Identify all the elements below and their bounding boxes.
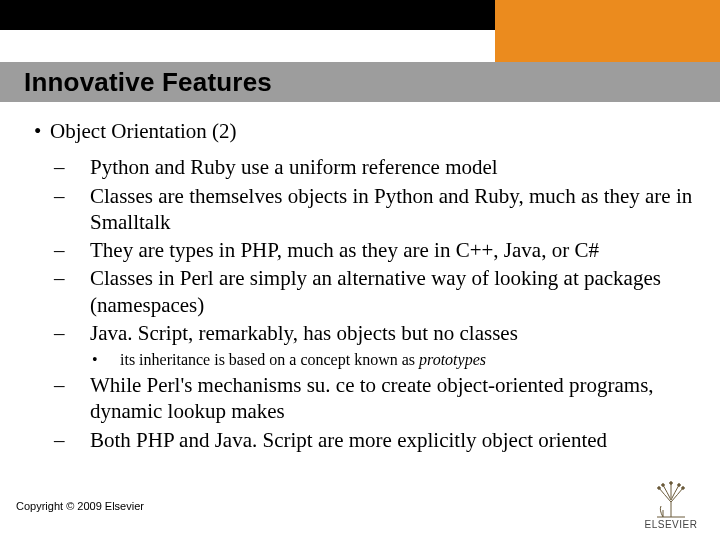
dash-icon: – xyxy=(72,265,90,291)
heading-line: •Object Orientation (2) xyxy=(34,118,694,144)
item-text: They are types in PHP, much as they are … xyxy=(90,238,599,262)
slide: Innovative Features •Object Orientation … xyxy=(0,0,720,540)
item-text: Java. Script, remarkably, has objects bu… xyxy=(90,321,518,345)
dash-icon: – xyxy=(72,372,90,398)
svg-point-1 xyxy=(681,487,684,490)
list-item: –Both PHP and Java. Script are more expl… xyxy=(34,427,694,453)
bullet-icon: • xyxy=(34,118,50,144)
dash-icon: – xyxy=(72,183,90,209)
top-orange-block xyxy=(495,0,720,65)
slide-title: Innovative Features xyxy=(0,67,272,98)
brand-text: ELSEVIER xyxy=(636,519,706,530)
bullet-icon: • xyxy=(106,350,120,370)
item-text: While Perl's mechanisms su. ce to create… xyxy=(90,373,654,423)
item-text: Python and Ruby use a uniform reference … xyxy=(90,155,498,179)
dash-icon: – xyxy=(72,427,90,453)
content-area: •Object Orientation (2) –Python and Ruby… xyxy=(34,118,694,453)
list-item: –Python and Ruby use a uniform reference… xyxy=(34,154,694,180)
svg-point-2 xyxy=(661,484,664,487)
sub-list-item: •its inheritance is based on a concept k… xyxy=(34,350,694,370)
list-item: –Classes are themselves objects in Pytho… xyxy=(34,183,694,236)
svg-point-3 xyxy=(677,484,680,487)
list-item: –They are types in PHP, much as they are… xyxy=(34,237,694,263)
list-item: –While Perl's mechanisms su. ce to creat… xyxy=(34,372,694,425)
svg-point-4 xyxy=(669,482,672,485)
item-text: Both PHP and Java. Script are more expli… xyxy=(90,428,607,452)
list-item: –Java. Script, remarkably, has objects b… xyxy=(34,320,694,346)
title-bar: Innovative Features xyxy=(0,62,720,102)
elsevier-logo: ELSEVIER xyxy=(636,480,706,530)
sub-text: its inheritance is based on a concept kn… xyxy=(120,351,419,368)
sub-emph: prototypes xyxy=(419,351,486,368)
list-item: –Classes in Perl are simply an alternati… xyxy=(34,265,694,318)
dash-icon: – xyxy=(72,154,90,180)
dash-icon: – xyxy=(72,320,90,346)
tree-icon xyxy=(649,480,694,518)
dash-icon: – xyxy=(72,237,90,263)
item-text: Classes in Perl are simply an alternativ… xyxy=(90,266,661,316)
heading-text: Object Orientation (2) xyxy=(50,119,237,143)
item-text: Classes are themselves objects in Python… xyxy=(90,184,692,234)
svg-point-0 xyxy=(657,487,660,490)
copyright-text: Copyright © 2009 Elsevier xyxy=(16,500,144,512)
